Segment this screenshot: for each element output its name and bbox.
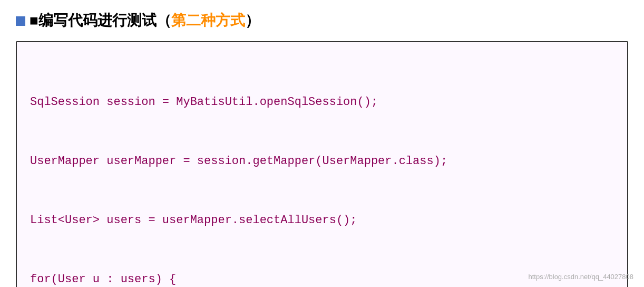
heading-prefix: ■编写代码进行测试（	[30, 12, 171, 28]
heading-row: ■编写代码进行测试（第二种方式）	[16, 11, 628, 31]
code-line-2: UserMapper userMapper = session.getMappe…	[30, 151, 614, 171]
code-block-wrapper: SqlSession session = MyBatisUtil.openSql…	[16, 41, 628, 287]
heading-highlight: 第二种方式	[171, 12, 245, 28]
heading-text: ■编写代码进行测试（第二种方式）	[30, 11, 260, 31]
heading-suffix: ）	[245, 12, 260, 28]
code-block: SqlSession session = MyBatisUtil.openSql…	[30, 53, 614, 287]
code-line-1: SqlSession session = MyBatisUtil.openSql…	[30, 92, 614, 112]
code-line-3: List<User> users = userMapper.selectAllU…	[30, 211, 614, 230]
code-line-4: for(User u : users) {	[30, 270, 614, 287]
blue-square-icon	[16, 16, 25, 26]
watermark: https://blog.csdn.net/qq_44027808	[529, 273, 634, 281]
